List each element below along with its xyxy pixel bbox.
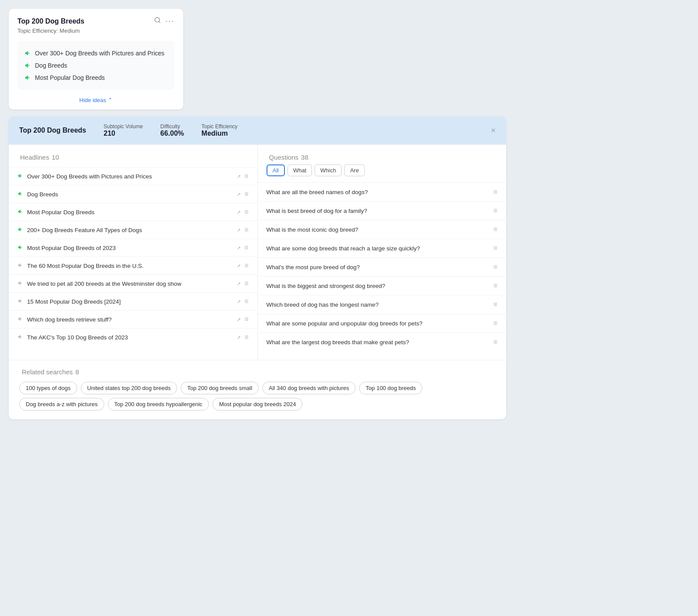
add-to-list-icon-5[interactable]: ≡ (244, 244, 248, 252)
main-panel: Top 200 Dog Breeds Subtopic Volume 210 D… (9, 116, 506, 419)
add-to-list-icon-4[interactable]: ≡ (244, 226, 248, 234)
question-text-6: What is the biggest and strongest dog br… (267, 283, 385, 289)
add-to-list-icon-3[interactable]: ≡ (244, 208, 248, 216)
add-to-list-icon-1[interactable]: ≡ (244, 172, 248, 180)
question-text-1: What are all the breed names of dogs? (267, 189, 368, 195)
panel-header-title: Top 200 Dog Breeds (19, 127, 86, 134)
external-link-icon-4[interactable]: ➚ (237, 227, 241, 233)
headline-text-9: Which dog breeds retrieve stuff? (27, 316, 233, 323)
add-question-icon-8[interactable]: ≡ (493, 319, 497, 327)
headline-item-9: Which dog breeds retrieve stuff? ➚ ≡ (9, 310, 257, 328)
topic-efficiency-stat: Topic Efficiency Medium (202, 123, 237, 137)
external-link-icon-1[interactable]: ➚ (237, 174, 241, 179)
megaphone-icon-h6 (17, 262, 24, 270)
hide-ideas-button[interactable]: Hide ideas ⌃ (17, 94, 174, 103)
add-question-icon-3[interactable]: ≡ (493, 226, 497, 233)
filter-which-button[interactable]: Which (315, 164, 342, 176)
question-text-4: What are some dog breeds that reach a la… (267, 245, 420, 252)
megaphone-icon-h2 (17, 191, 24, 198)
megaphone-icon-active-2 (24, 62, 31, 69)
add-question-icon-6[interactable]: ≡ (493, 282, 497, 290)
close-button[interactable]: × (491, 126, 496, 135)
add-to-list-icon-10[interactable]: ≡ (244, 333, 248, 341)
filter-are-button[interactable]: Are (344, 164, 364, 176)
headline-item-7: We tried to pet all 200 breeds at the We… (9, 274, 257, 292)
headline-text-8: 15 Most Popular Dog Breeds [2024] (27, 298, 233, 305)
add-to-list-icon-8[interactable]: ≡ (244, 298, 248, 305)
top-card-header: Top 200 Dog Breeds ··· (17, 17, 174, 26)
related-tag-8[interactable]: Most popular dog breeds 2024 (212, 398, 302, 411)
external-link-icon-5[interactable]: ➚ (237, 245, 241, 251)
top-card: Top 200 Dog Breeds ··· Topic Efficiency:… (9, 9, 183, 110)
external-link-icon-9[interactable]: ➚ (237, 317, 241, 322)
subtopic-volume-stat: Subtopic Volume 210 (104, 123, 143, 137)
search-icon[interactable] (154, 17, 161, 26)
headline-item-10: The AKC's Top 10 Dog Breeds of 2023 ➚ ≡ (9, 328, 257, 346)
question-item-3: What is the most iconic dog breed? ≡ (258, 220, 506, 239)
question-filters: All What Which Are (258, 164, 506, 182)
headline-item-4: 200+ Dog Breeds Feature All Types of Dog… (9, 221, 257, 239)
panel-header: Top 200 Dog Breeds Subtopic Volume 210 D… (9, 116, 506, 144)
svg-line-1 (159, 21, 160, 23)
question-text-2: What is best breed of dog for a family? (267, 208, 367, 214)
add-to-list-icon-2[interactable]: ≡ (244, 190, 248, 198)
headline-item-2: Dog Breeds ➚ ≡ (9, 185, 257, 203)
idea-text-1: Over 300+ Dog Breeds with Pictures and P… (35, 50, 164, 57)
chevron-up-icon: ⌃ (108, 97, 113, 103)
question-item-1: What are all the breed names of dogs? ≡ (258, 182, 506, 201)
question-item-4: What are some dog breeds that reach a la… (258, 239, 506, 257)
external-link-icon-7[interactable]: ➚ (237, 281, 241, 287)
related-tag-1[interactable]: 100 types of dogs (19, 382, 77, 394)
related-tag-3[interactable]: Top 200 dog breeds small (181, 382, 259, 394)
headline-text-2: Dog Breeds (27, 191, 233, 198)
related-tag-7[interactable]: Top 200 dog breeds hypoallergenic (108, 398, 209, 411)
add-to-list-icon-6[interactable]: ≡ (244, 262, 248, 270)
add-question-icon-5[interactable]: ≡ (493, 263, 497, 271)
external-link-icon-6[interactable]: ➚ (237, 263, 241, 269)
external-link-icon-2[interactable]: ➚ (237, 192, 241, 197)
subtopic-volume-value: 210 (104, 130, 143, 137)
question-text-3: What is the most iconic dog breed? (267, 226, 359, 233)
subtopic-volume-label: Subtopic Volume (104, 123, 143, 130)
question-item-8: What are some popular and unpopular dog … (258, 314, 506, 332)
idea-text-3: Most Popular Dog Breeds (35, 74, 105, 81)
headline-text-10: The AKC's Top 10 Dog Breeds of 2023 (27, 334, 233, 341)
related-tag-6[interactable]: Dog breeds a-z with pictures (19, 398, 104, 411)
related-tag-4[interactable]: All 340 dog breeds with pictures (262, 382, 356, 394)
add-to-list-icon-9[interactable]: ≡ (244, 315, 248, 323)
megaphone-icon-h3 (17, 209, 24, 216)
add-question-icon-7[interactable]: ≡ (493, 301, 497, 308)
related-tag-2[interactable]: United states top 200 dog breeds (81, 382, 178, 394)
headline-text-1: Over 300+ Dog Breeds with Pictures and P… (27, 173, 233, 180)
question-item-7: Which breed of dog has the longest name?… (258, 295, 506, 314)
megaphone-icon-h10 (17, 334, 24, 341)
external-link-icon-8[interactable]: ➚ (237, 299, 241, 305)
idea-text-2: Dog Breeds (35, 62, 67, 69)
filter-all-button[interactable]: All (267, 164, 285, 176)
external-link-icon-10[interactable]: ➚ (237, 335, 241, 340)
megaphone-icon-h1 (17, 173, 24, 180)
external-link-icon-3[interactable]: ➚ (237, 209, 241, 215)
content-columns: Headlines10 Over 300+ Dog Breeds with Pi… (9, 144, 506, 360)
add-question-icon-4[interactable]: ≡ (493, 244, 497, 252)
headline-text-5: Most Popular Dog Breeds of 2023 (27, 245, 233, 251)
topic-efficiency-value: Medium (202, 130, 237, 137)
add-question-icon-1[interactable]: ≡ (493, 188, 497, 196)
question-text-8: What are some popular and unpopular dog … (267, 320, 423, 327)
more-icon[interactable]: ··· (165, 17, 174, 26)
filter-what-button[interactable]: What (287, 164, 312, 176)
related-tag-5[interactable]: Top 100 dog breeds (359, 382, 422, 394)
add-question-icon-9[interactable]: ≡ (493, 338, 497, 346)
headline-text-6: The 60 Most Popular Dog Breeds in the U.… (27, 263, 233, 269)
headline-item-1: Over 300+ Dog Breeds with Pictures and P… (9, 167, 257, 185)
top-card-ideas: Over 300+ Dog Breeds with Pictures and P… (17, 41, 174, 90)
headlines-section-title: Headlines10 (9, 154, 257, 167)
headline-item-6: The 60 Most Popular Dog Breeds in the U.… (9, 257, 257, 274)
question-text-7: Which breed of dog has the longest name? (267, 301, 379, 308)
top-card-subtitle: Topic Efficiency: Medium (17, 27, 174, 34)
add-question-icon-2[interactable]: ≡ (493, 207, 497, 215)
add-to-list-icon-7[interactable]: ≡ (244, 280, 248, 287)
idea-item-2: Dog Breeds (24, 59, 168, 72)
question-item-2: What is best breed of dog for a family? … (258, 201, 506, 220)
question-text-9: What are the largest dog breeds that mak… (267, 339, 409, 346)
